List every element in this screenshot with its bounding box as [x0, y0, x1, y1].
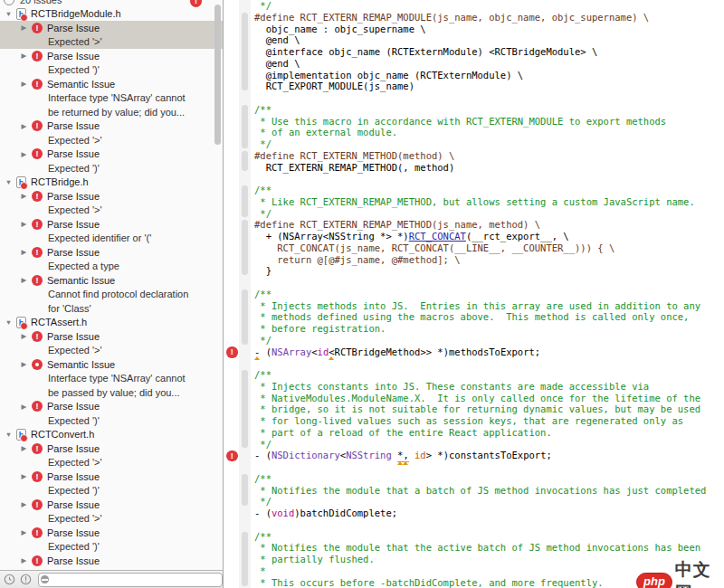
issue-message-row[interactable]: Expected ')': [0, 484, 223, 498]
code-line: */: [254, 138, 724, 150]
disclosure-closed-icon[interactable]: ▶: [20, 500, 28, 508]
filter-input[interactable]: [52, 574, 209, 585]
file-row[interactable]: ▼hRCTConvert.h: [0, 428, 223, 442]
issue-message-label: Expected '>': [48, 457, 102, 468]
disclosure-closed-icon[interactable]: ▶: [20, 556, 28, 564]
disclosure-closed-icon[interactable]: ▶: [20, 122, 28, 130]
disclosure-closed-icon[interactable]: ▶: [20, 248, 28, 256]
error-icon: !: [32, 527, 43, 538]
fold-ribbon-bar[interactable]: [242, 185, 248, 217]
issue-message-row[interactable]: Interface type 'NSArray' cannot: [0, 372, 223, 386]
code-editor[interactable]: !! */#define RCT_EXTERN_REMAP_MODULE(js_…: [224, 0, 724, 588]
sidebar-scrollbar-thumb[interactable]: [214, 5, 221, 145]
disclosure-closed-icon[interactable]: ▶: [20, 24, 28, 32]
disclosure-closed-icon[interactable]: ▶: [20, 528, 28, 536]
fold-ribbon-bar[interactable]: [242, 532, 248, 587]
fold-ribbon-bar[interactable]: [242, 289, 248, 345]
issue-message-row[interactable]: be passed by value; did you...: [0, 385, 223, 400]
row-label: Parse Issue: [47, 191, 100, 202]
issue-message-row[interactable]: be returned by value; did you...: [0, 105, 223, 119]
issue-row[interactable]: ▶!Parse Issue: [0, 189, 223, 204]
issue-row[interactable]: ▶!Parse Issue: [0, 554, 223, 568]
issue-row[interactable]: ▶!Parse Issue: [0, 526, 223, 540]
filter-field[interactable]: [38, 573, 223, 587]
code-line: * Notifies the module that the active ba…: [254, 542, 724, 554]
issue-row[interactable]: ▶Semantic Issue: [0, 357, 223, 372]
line-error-badge[interactable]: !: [226, 346, 238, 358]
disclosure-closed-icon[interactable]: ▶: [20, 220, 28, 228]
disclosure-closed-icon[interactable]: ▶: [20, 444, 28, 452]
disclosure-closed-icon[interactable]: ▶: [20, 403, 28, 411]
issue-message-row[interactable]: Expected '>': [0, 204, 223, 218]
issue-message-row[interactable]: Expected '>': [0, 344, 223, 358]
recent-issues-clock-icon[interactable]: [4, 574, 15, 585]
issue-message-row[interactable]: Expected '>': [0, 456, 223, 470]
fold-ribbon-bar[interactable]: [242, 13, 248, 90]
issue-row[interactable]: ▶!Semantic Issue: [0, 273, 223, 288]
issue-message-label: Expected '>': [48, 345, 102, 356]
issue-list[interactable]: 20 issues▼hRCTBridgeModule.h▶!Parse Issu…: [0, 0, 223, 570]
file-row[interactable]: ▼hRCTAssert.h: [0, 316, 223, 330]
code-line: /**: [254, 369, 724, 381]
fold-ribbon-bar[interactable]: [242, 370, 248, 448]
issue-row[interactable]: ▶!Parse Issue: [0, 441, 223, 456]
issue-row[interactable]: ▶!Parse Issue: [0, 147, 223, 162]
issue-message-row[interactable]: Expected '>': [0, 512, 223, 526]
row-label: Parse Issue: [47, 247, 100, 258]
issue-row[interactable]: ▶!Parse Issue: [0, 49, 223, 63]
code-line: RCT_EXTERN_REMAP_METHOD(, method): [254, 162, 724, 174]
disclosure-closed-icon[interactable]: ▶: [20, 472, 28, 480]
line-error-badge[interactable]: !: [226, 450, 238, 462]
disclosure-closed-icon[interactable]: ▶: [20, 332, 28, 340]
issue-row[interactable]: ▶!Parse Issue: [0, 329, 223, 344]
issue-message-row[interactable]: Expected '>': [0, 133, 223, 147]
disclosure-closed-icon[interactable]: ▶: [20, 80, 28, 88]
issue-row[interactable]: ▶!Parse Issue: [0, 21, 223, 35]
issue-row[interactable]: ▶!Parse Issue: [0, 400, 223, 414]
issue-message-label: Expected '>': [48, 36, 102, 47]
code-token: * Notifies the module that a batch of JS…: [254, 485, 706, 497]
source-code[interactable]: */#define RCT_EXTERN_REMAP_MODULE(js_nam…: [251, 0, 724, 588]
fold-ribbon-bar[interactable]: [242, 105, 248, 148]
errors-only-icon[interactable]: [20, 574, 32, 585]
issue-row[interactable]: ▶!Parse Issue: [0, 498, 223, 512]
issue-message-row[interactable]: Cannot find protocol declaration: [0, 288, 223, 302]
issue-row[interactable]: ▶!Parse Issue: [0, 217, 223, 232]
issue-message-row[interactable]: Interface type 'NSArray' cannot: [0, 91, 223, 106]
disclosure-open-icon[interactable]: ▼: [5, 10, 13, 18]
issue-row[interactable]: ▶!Parse Issue: [0, 119, 223, 134]
code-line: * NativeModules.ModuleName.X. It is only…: [254, 393, 724, 404]
issue-message-row[interactable]: Expected ')': [0, 161, 223, 175]
issue-message-row[interactable]: Expected identifier or '(': [0, 232, 223, 246]
issue-row[interactable]: ▶!Parse Issue: [0, 245, 223, 260]
disclosure-closed-icon[interactable]: ▶: [20, 52, 28, 60]
disclosure-open-icon[interactable]: ▼: [5, 178, 13, 186]
disclosure-closed-icon[interactable]: ▶: [20, 150, 28, 158]
disclosure-closed-icon[interactable]: ▶: [20, 192, 28, 200]
header-file-icon: h: [16, 8, 26, 20]
file-row[interactable]: ▼hRCTBridgeModule.h: [0, 7, 223, 22]
code-line: - (NSDictionary<NSString *, id> *)consta…: [254, 450, 724, 461]
fold-ribbon-bar[interactable]: [242, 151, 248, 172]
fold-ribbon[interactable]: [239, 0, 251, 588]
issue-message-row[interactable]: Expected ')': [0, 540, 223, 555]
issue-message-row[interactable]: for 'Class': [0, 301, 223, 316]
issue-message-label: be passed by value; did you...: [48, 387, 180, 398]
code-token: @end \: [254, 34, 300, 46]
issue-row[interactable]: ▶!Semantic Issue: [0, 77, 223, 91]
code-token: (: [260, 346, 272, 358]
disclosure-closed-icon[interactable]: ▶: [20, 360, 28, 368]
fold-ribbon-bar[interactable]: [242, 474, 248, 506]
code-line: [254, 461, 724, 473]
disclosure-open-icon[interactable]: ▼: [5, 431, 13, 439]
file-row[interactable]: ▼hRCTBridge.h: [0, 175, 223, 190]
fold-ribbon-bar[interactable]: [242, 220, 248, 275]
issue-message-row[interactable]: Expected '>': [0, 35, 223, 50]
issue-message-row[interactable]: Expected ')': [0, 413, 223, 428]
disclosure-closed-icon[interactable]: ▶: [20, 276, 28, 284]
issue-message-row[interactable]: Expected a type: [0, 260, 223, 274]
disclosure-open-icon[interactable]: ▼: [5, 318, 13, 327]
issue-row[interactable]: ▶!Parse Issue: [0, 469, 223, 484]
issue-message-row[interactable]: Expected ')': [0, 63, 223, 78]
code-token: RCT_EXTERN_REMAP_METHOD(, method): [254, 162, 454, 174]
